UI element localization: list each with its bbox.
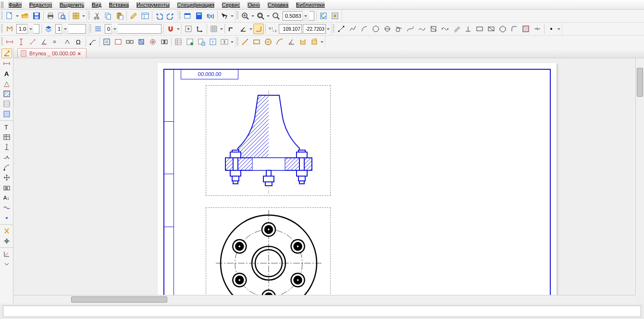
measure-area-button[interactable] (297, 37, 308, 47)
measure-arc-button[interactable] (274, 37, 285, 47)
snap-dropdown[interactable] (176, 24, 180, 34)
weld-tool-button[interactable] (1, 153, 12, 162)
spec-text-button[interactable]: T (208, 37, 218, 47)
zoom-in-dropdown[interactable] (251, 11, 255, 21)
command-bar[interactable] (3, 306, 641, 317)
measure-dist-button[interactable] (240, 37, 250, 47)
parallel-button[interactable] (451, 24, 462, 34)
grid-dropdown[interactable] (220, 24, 223, 34)
assoc-view-button[interactable] (101, 37, 112, 47)
hatch-button[interactable] (520, 24, 531, 34)
measure-mass-button[interactable] (309, 37, 320, 47)
help-dropdown[interactable] (230, 11, 234, 21)
circle-tool-button[interactable] (371, 24, 381, 34)
spec-merge-button[interactable] (219, 37, 230, 47)
spline-button[interactable] (417, 24, 427, 34)
save-button[interactable] (31, 11, 42, 21)
menu-help[interactable]: Справка (265, 1, 292, 9)
open-button[interactable] (20, 11, 30, 21)
local-cs-button[interactable] (195, 24, 205, 34)
angle-snap-button[interactable] (238, 24, 248, 34)
block-tool-button[interactable]: ⊞ (1, 183, 12, 192)
variables-button[interactable]: f(x) (205, 11, 216, 21)
close-tab-button[interactable] (77, 51, 83, 56)
menu-select[interactable]: Выделить (57, 1, 88, 9)
break-view-button[interactable] (159, 37, 170, 47)
rect-button[interactable] (474, 24, 485, 34)
preview-button[interactable] (57, 11, 67, 21)
roughness-button[interactable] (62, 37, 73, 47)
spline-tool-button[interactable] (1, 203, 12, 213)
new-doc-dropdown[interactable] (15, 11, 19, 21)
undo-button[interactable] (154, 11, 164, 21)
dim-v-button[interactable] (16, 37, 26, 47)
linetype-icon-button[interactable] (93, 24, 103, 34)
leader-button[interactable] (87, 37, 98, 47)
calc-button[interactable] (194, 11, 204, 21)
proj-button[interactable] (124, 37, 135, 47)
refresh-button[interactable] (318, 11, 329, 21)
snap-button[interactable] (165, 24, 176, 34)
help-cursor-button[interactable]: ? (219, 11, 230, 21)
measure-rect-button[interactable] (251, 37, 262, 47)
redo-button[interactable] (165, 11, 176, 21)
param-panel-button[interactable] (1, 109, 12, 119)
spec-balloon-button[interactable] (196, 37, 207, 47)
arc-tool-button[interactable] (359, 24, 370, 34)
coord-x-readout[interactable]: 109.107 (279, 24, 302, 34)
step-button[interactable] (4, 24, 15, 34)
section-button[interactable] (136, 37, 147, 47)
text-panel-button[interactable]: A (1, 69, 12, 78)
axis-tool-button[interactable]: A↓ (1, 193, 12, 203)
edit-panel-button[interactable] (1, 99, 12, 109)
perp-button[interactable] (463, 24, 473, 34)
dim-panel-button[interactable] (1, 59, 12, 68)
layers-icon-button[interactable] (43, 24, 54, 34)
line-tool-button[interactable] (336, 24, 347, 34)
contour-button[interactable] (428, 24, 439, 34)
ellipse-dim-button[interactable] (382, 24, 393, 34)
print-button[interactable] (45, 11, 56, 21)
zoom-in-button[interactable] (240, 11, 250, 21)
section-tool-button[interactable] (1, 249, 12, 259)
menu-spec[interactable]: Спецификация (174, 1, 218, 9)
dim-align-button[interactable] (27, 37, 38, 47)
new-doc-button[interactable] (4, 11, 15, 21)
vertical-scrollbar[interactable] (635, 58, 644, 295)
zoom-combo[interactable]: 0.5083 (283, 11, 314, 21)
document-tab[interactable]: Втулка _ 00.000.00 (17, 48, 87, 58)
detail-button[interactable] (148, 37, 158, 47)
constraint-tool-button[interactable] (1, 226, 12, 236)
text-tool-button[interactable]: T (1, 122, 12, 132)
move-tool-button[interactable] (1, 173, 12, 182)
measure-circ-button[interactable] (263, 37, 273, 47)
omega-button[interactable]: Ω (74, 37, 84, 47)
library-dropdown[interactable] (82, 11, 86, 21)
point-button[interactable] (546, 24, 557, 34)
point-tool-button[interactable] (1, 213, 12, 223)
menu-editor[interactable]: Редактор (26, 1, 56, 9)
cut-button[interactable] (91, 11, 102, 21)
menu-tools[interactable]: Инструменты (134, 1, 173, 9)
nurbs-button[interactable] (440, 24, 450, 34)
annot-panel-button[interactable] (1, 79, 12, 89)
coord-dropdown[interactable] (326, 24, 330, 34)
spec-build-button[interactable] (173, 37, 184, 47)
view-front[interactable] (206, 85, 331, 196)
round-button[interactable] (253, 24, 264, 34)
geom-panel-button[interactable] (1, 49, 12, 58)
spec-dropdown[interactable] (230, 37, 234, 47)
angle-snap-dropdown[interactable] (249, 24, 253, 34)
zoom-fit-button[interactable] (255, 11, 266, 21)
menu-libs[interactable]: Библиотеки (293, 1, 329, 9)
measure-dropdown[interactable] (320, 37, 324, 47)
coord-y-readout[interactable]: -22.7203 (303, 24, 326, 34)
layer-combo[interactable]: 1 (55, 24, 86, 34)
ortho-fix-button[interactable] (183, 24, 194, 34)
fillet-button[interactable] (509, 24, 520, 34)
rect2-button[interactable] (486, 24, 496, 34)
spec-insert-button[interactable] (185, 37, 195, 47)
arc-lead-button[interactable] (1, 163, 12, 172)
menu-file[interactable]: Файл (6, 1, 25, 9)
dim-h-button[interactable] (4, 37, 15, 47)
